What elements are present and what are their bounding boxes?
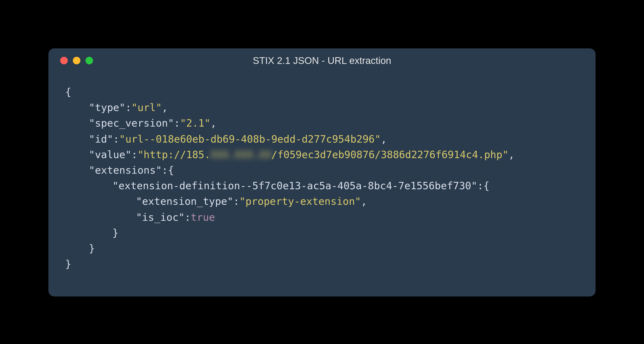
close-icon[interactable]	[60, 57, 68, 64]
comma: ,	[210, 118, 216, 129]
code-block: { "type":"url", "spec_version":"2.1", "i…	[48, 73, 596, 284]
comma: ,	[508, 149, 514, 161]
json-key-ext-type: "extension_type"	[136, 196, 233, 208]
comma: ,	[381, 133, 387, 145]
json-val-value-post: /f059ec3d7eb90876/3886d2276f6914c4.php"	[271, 149, 508, 161]
brace-close: }	[112, 227, 118, 239]
brace-close: }	[89, 243, 95, 254]
colon: :	[174, 118, 180, 129]
redacted-ip: XXX.XXX.XX	[210, 147, 271, 163]
json-key-is-ioc: "is_ioc"	[136, 211, 184, 223]
traffic-lights	[60, 57, 93, 64]
json-key-value: "value"	[89, 149, 131, 161]
brace-open: {	[65, 86, 71, 98]
zoom-icon[interactable]	[86, 57, 93, 64]
code-window: STIX 2.1 JSON - URL extraction { "type":…	[48, 48, 596, 297]
json-val-type: "url"	[131, 102, 162, 114]
colon: :	[125, 102, 131, 114]
json-val-is-ioc: true	[191, 211, 215, 223]
colon: :	[233, 196, 239, 208]
colon: :	[184, 211, 191, 223]
stage: STIX 2.1 JSON - URL extraction { "type":…	[0, 0, 644, 344]
json-key-spec-version: "spec_version"	[89, 118, 174, 129]
json-key-id: "id"	[89, 133, 113, 145]
colon: :	[162, 164, 168, 176]
brace-close: }	[65, 258, 71, 270]
json-val-spec-version: "2.1"	[180, 118, 211, 129]
json-val-value-pre: "http://185.	[138, 149, 210, 161]
colon: :	[477, 180, 484, 192]
json-val-ext-type: "property-extension"	[239, 196, 361, 208]
json-key-ext-def: "extension-definition--5f7c0e13-ac5a-405…	[112, 180, 477, 192]
json-val-id: "url--018e60eb-db69-408b-9edd-d277c954b2…	[119, 133, 381, 145]
colon: :	[131, 149, 138, 161]
comma: ,	[361, 196, 367, 208]
window-title: STIX 2.1 JSON - URL extraction	[48, 55, 596, 66]
minimize-icon[interactable]	[73, 57, 80, 64]
brace-open: {	[484, 180, 490, 192]
json-key-type: "type"	[89, 102, 125, 114]
json-key-extensions: "extensions"	[89, 164, 162, 176]
colon: :	[113, 133, 119, 145]
window-titlebar: STIX 2.1 JSON - URL extraction	[48, 48, 596, 73]
brace-open: {	[168, 164, 174, 176]
comma: ,	[162, 102, 168, 114]
